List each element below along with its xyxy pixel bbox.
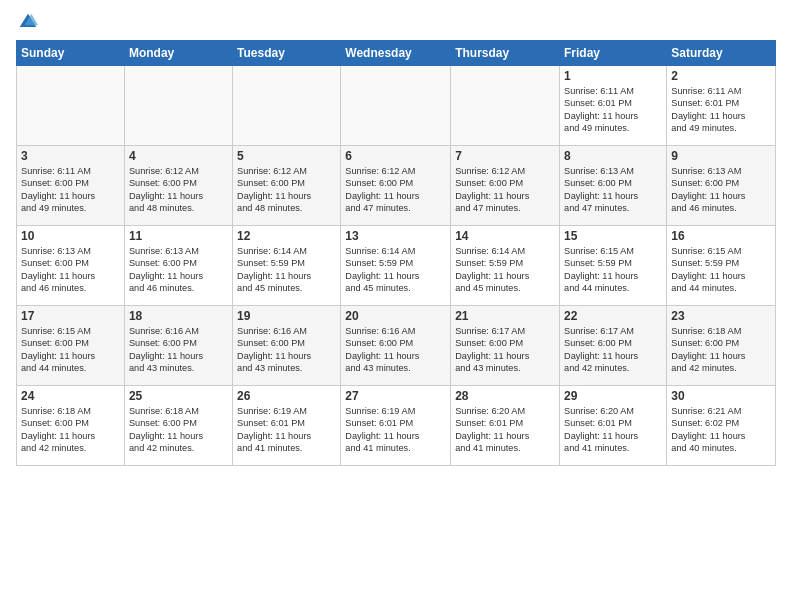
day-number: 7 [455, 149, 555, 163]
calendar-cell: 26Sunrise: 6:19 AM Sunset: 6:01 PM Dayli… [233, 386, 341, 466]
calendar-cell [341, 66, 451, 146]
calendar-cell: 21Sunrise: 6:17 AM Sunset: 6:00 PM Dayli… [451, 306, 560, 386]
day-info: Sunrise: 6:18 AM Sunset: 6:00 PM Dayligh… [21, 405, 120, 455]
day-info: Sunrise: 6:13 AM Sunset: 6:00 PM Dayligh… [129, 245, 228, 295]
calendar-cell: 7Sunrise: 6:12 AM Sunset: 6:00 PM Daylig… [451, 146, 560, 226]
calendar-cell: 18Sunrise: 6:16 AM Sunset: 6:00 PM Dayli… [124, 306, 232, 386]
day-info: Sunrise: 6:12 AM Sunset: 6:00 PM Dayligh… [455, 165, 555, 215]
logo-icon [18, 12, 38, 32]
day-info: Sunrise: 6:11 AM Sunset: 6:00 PM Dayligh… [21, 165, 120, 215]
day-info: Sunrise: 6:12 AM Sunset: 6:00 PM Dayligh… [345, 165, 446, 215]
calendar-cell: 16Sunrise: 6:15 AM Sunset: 5:59 PM Dayli… [667, 226, 776, 306]
calendar-cell [124, 66, 232, 146]
calendar-cell: 30Sunrise: 6:21 AM Sunset: 6:02 PM Dayli… [667, 386, 776, 466]
calendar-cell: 15Sunrise: 6:15 AM Sunset: 5:59 PM Dayli… [560, 226, 667, 306]
day-number: 26 [237, 389, 336, 403]
calendar-cell: 22Sunrise: 6:17 AM Sunset: 6:00 PM Dayli… [560, 306, 667, 386]
day-number: 10 [21, 229, 120, 243]
day-info: Sunrise: 6:11 AM Sunset: 6:01 PM Dayligh… [671, 85, 771, 135]
day-number: 23 [671, 309, 771, 323]
calendar: SundayMondayTuesdayWednesdayThursdayFrid… [16, 40, 776, 466]
calendar-cell: 5Sunrise: 6:12 AM Sunset: 6:00 PM Daylig… [233, 146, 341, 226]
day-info: Sunrise: 6:21 AM Sunset: 6:02 PM Dayligh… [671, 405, 771, 455]
day-info: Sunrise: 6:11 AM Sunset: 6:01 PM Dayligh… [564, 85, 662, 135]
day-number: 14 [455, 229, 555, 243]
day-number: 1 [564, 69, 662, 83]
day-number: 13 [345, 229, 446, 243]
day-header-friday: Friday [560, 41, 667, 66]
calendar-cell [233, 66, 341, 146]
page: SundayMondayTuesdayWednesdayThursdayFrid… [0, 0, 792, 474]
day-number: 12 [237, 229, 336, 243]
day-info: Sunrise: 6:18 AM Sunset: 6:00 PM Dayligh… [129, 405, 228, 455]
calendar-cell: 28Sunrise: 6:20 AM Sunset: 6:01 PM Dayli… [451, 386, 560, 466]
day-number: 8 [564, 149, 662, 163]
day-info: Sunrise: 6:19 AM Sunset: 6:01 PM Dayligh… [237, 405, 336, 455]
calendar-cell: 29Sunrise: 6:20 AM Sunset: 6:01 PM Dayli… [560, 386, 667, 466]
calendar-cell: 12Sunrise: 6:14 AM Sunset: 5:59 PM Dayli… [233, 226, 341, 306]
day-number: 3 [21, 149, 120, 163]
calendar-cell: 17Sunrise: 6:15 AM Sunset: 6:00 PM Dayli… [17, 306, 125, 386]
day-number: 24 [21, 389, 120, 403]
calendar-cell: 8Sunrise: 6:13 AM Sunset: 6:00 PM Daylig… [560, 146, 667, 226]
day-info: Sunrise: 6:12 AM Sunset: 6:00 PM Dayligh… [237, 165, 336, 215]
day-info: Sunrise: 6:14 AM Sunset: 5:59 PM Dayligh… [237, 245, 336, 295]
calendar-cell: 4Sunrise: 6:12 AM Sunset: 6:00 PM Daylig… [124, 146, 232, 226]
day-number: 27 [345, 389, 446, 403]
day-number: 29 [564, 389, 662, 403]
day-number: 19 [237, 309, 336, 323]
calendar-cell: 25Sunrise: 6:18 AM Sunset: 6:00 PM Dayli… [124, 386, 232, 466]
day-info: Sunrise: 6:16 AM Sunset: 6:00 PM Dayligh… [345, 325, 446, 375]
week-row-2: 3Sunrise: 6:11 AM Sunset: 6:00 PM Daylig… [17, 146, 776, 226]
day-number: 17 [21, 309, 120, 323]
day-header-saturday: Saturday [667, 41, 776, 66]
day-number: 18 [129, 309, 228, 323]
day-header-tuesday: Tuesday [233, 41, 341, 66]
calendar-cell: 24Sunrise: 6:18 AM Sunset: 6:00 PM Dayli… [17, 386, 125, 466]
day-number: 9 [671, 149, 771, 163]
day-number: 30 [671, 389, 771, 403]
day-number: 28 [455, 389, 555, 403]
day-header-thursday: Thursday [451, 41, 560, 66]
day-number: 16 [671, 229, 771, 243]
day-number: 2 [671, 69, 771, 83]
calendar-cell: 1Sunrise: 6:11 AM Sunset: 6:01 PM Daylig… [560, 66, 667, 146]
calendar-cell: 27Sunrise: 6:19 AM Sunset: 6:01 PM Dayli… [341, 386, 451, 466]
header [16, 12, 776, 32]
day-info: Sunrise: 6:15 AM Sunset: 5:59 PM Dayligh… [564, 245, 662, 295]
calendar-cell: 10Sunrise: 6:13 AM Sunset: 6:00 PM Dayli… [17, 226, 125, 306]
calendar-cell: 9Sunrise: 6:13 AM Sunset: 6:00 PM Daylig… [667, 146, 776, 226]
calendar-cell: 6Sunrise: 6:12 AM Sunset: 6:00 PM Daylig… [341, 146, 451, 226]
calendar-cell: 14Sunrise: 6:14 AM Sunset: 5:59 PM Dayli… [451, 226, 560, 306]
day-header-monday: Monday [124, 41, 232, 66]
calendar-header-row: SundayMondayTuesdayWednesdayThursdayFrid… [17, 41, 776, 66]
day-info: Sunrise: 6:13 AM Sunset: 6:00 PM Dayligh… [671, 165, 771, 215]
day-header-sunday: Sunday [17, 41, 125, 66]
day-info: Sunrise: 6:14 AM Sunset: 5:59 PM Dayligh… [345, 245, 446, 295]
calendar-cell: 3Sunrise: 6:11 AM Sunset: 6:00 PM Daylig… [17, 146, 125, 226]
week-row-1: 1Sunrise: 6:11 AM Sunset: 6:01 PM Daylig… [17, 66, 776, 146]
calendar-cell: 2Sunrise: 6:11 AM Sunset: 6:01 PM Daylig… [667, 66, 776, 146]
calendar-cell: 13Sunrise: 6:14 AM Sunset: 5:59 PM Dayli… [341, 226, 451, 306]
day-info: Sunrise: 6:20 AM Sunset: 6:01 PM Dayligh… [455, 405, 555, 455]
day-info: Sunrise: 6:17 AM Sunset: 6:00 PM Dayligh… [564, 325, 662, 375]
calendar-cell [17, 66, 125, 146]
day-info: Sunrise: 6:18 AM Sunset: 6:00 PM Dayligh… [671, 325, 771, 375]
day-info: Sunrise: 6:16 AM Sunset: 6:00 PM Dayligh… [129, 325, 228, 375]
day-info: Sunrise: 6:13 AM Sunset: 6:00 PM Dayligh… [564, 165, 662, 215]
calendar-cell: 19Sunrise: 6:16 AM Sunset: 6:00 PM Dayli… [233, 306, 341, 386]
day-info: Sunrise: 6:14 AM Sunset: 5:59 PM Dayligh… [455, 245, 555, 295]
day-info: Sunrise: 6:15 AM Sunset: 5:59 PM Dayligh… [671, 245, 771, 295]
day-number: 25 [129, 389, 228, 403]
week-row-3: 10Sunrise: 6:13 AM Sunset: 6:00 PM Dayli… [17, 226, 776, 306]
day-header-wednesday: Wednesday [341, 41, 451, 66]
day-number: 20 [345, 309, 446, 323]
week-row-4: 17Sunrise: 6:15 AM Sunset: 6:00 PM Dayli… [17, 306, 776, 386]
calendar-cell: 11Sunrise: 6:13 AM Sunset: 6:00 PM Dayli… [124, 226, 232, 306]
day-info: Sunrise: 6:15 AM Sunset: 6:00 PM Dayligh… [21, 325, 120, 375]
calendar-cell [451, 66, 560, 146]
logo [16, 12, 38, 32]
day-info: Sunrise: 6:12 AM Sunset: 6:00 PM Dayligh… [129, 165, 228, 215]
day-number: 5 [237, 149, 336, 163]
day-number: 21 [455, 309, 555, 323]
